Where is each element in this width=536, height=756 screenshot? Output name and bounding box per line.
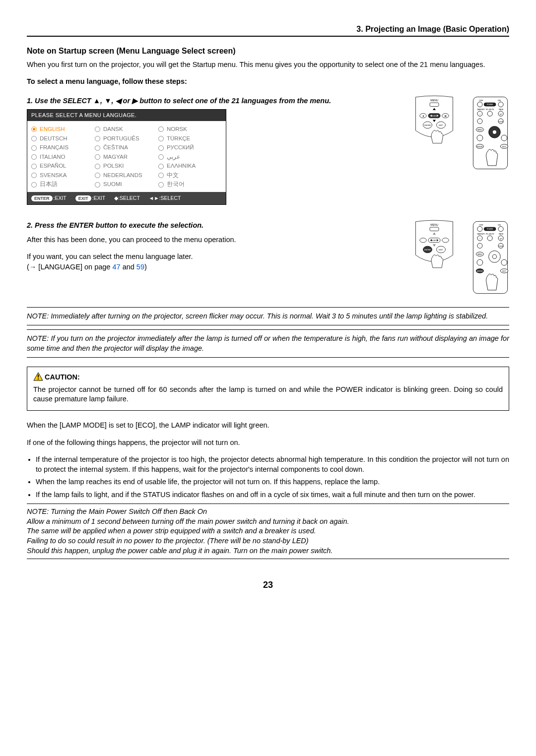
bullet-list: If the internal temperature of the proje… <box>27 455 509 500</box>
osd-menu: PLEASE SELECT A MENU LANGUAGE. ENGLISHDE… <box>27 109 226 205</box>
svg-text:SELECT: SELECT <box>431 115 438 117</box>
osd-language-option[interactable]: PORTUGUÊS <box>95 134 158 143</box>
osd-language-label: ČEŠTINA <box>103 144 128 152</box>
osd-language-label: MAGYAR <box>103 153 128 161</box>
page-link-47[interactable]: 47 <box>112 263 120 271</box>
svg-text:ENTER: ENTER <box>477 270 483 272</box>
svg-text:OFF: OFF <box>479 99 483 102</box>
svg-text:MENU: MENU <box>477 129 482 131</box>
svg-point-29 <box>487 111 492 116</box>
svg-rect-2 <box>430 103 439 107</box>
svg-point-40 <box>477 135 483 141</box>
remote-diagram-step2: OFF ON POWER MAGNIFY PIC-MUTE PAGE + UP … <box>471 220 509 295</box>
osd-language-option[interactable]: DANSK <box>95 125 158 134</box>
osd-language-option[interactable]: MAGYAR <box>95 152 158 162</box>
svg-rect-91 <box>38 378 39 379</box>
osd-language-label: ENGLISH <box>40 126 65 133</box>
osd-language-label: FRANÇAIS <box>40 144 68 152</box>
svg-point-63 <box>477 226 482 231</box>
svg-text:ENTER: ENTER <box>424 125 431 126</box>
radio-icon <box>95 154 100 160</box>
radio-icon <box>31 182 37 188</box>
projector-control-diagram-step2: MENU SELECT ENTER EXIT <box>412 220 457 272</box>
svg-text:ON: ON <box>498 223 501 226</box>
osd-language-option[interactable]: ČEŠTINA <box>95 143 158 153</box>
radio-icon <box>31 136 37 141</box>
osd-language-option[interactable]: SUOMI <box>95 180 158 189</box>
list-intro: If one of the following things happens, … <box>27 438 509 448</box>
eco-text: When the [LAMP MODE] is set to [ECO], th… <box>27 421 509 431</box>
intro-paragraph: When you first turn on the projector, yo… <box>27 60 509 70</box>
osd-language-label: ΕΛΛΗΝΙΚΑ <box>167 162 196 170</box>
svg-point-23 <box>498 102 503 107</box>
osd-language-label: TÜRKÇE <box>167 135 190 143</box>
svg-point-84 <box>501 259 507 265</box>
svg-text:MENU: MENU <box>430 99 438 102</box>
osd-language-label: NORSK <box>167 126 187 133</box>
bullet-item: If the lamp fails to light, and if the S… <box>36 490 509 500</box>
osd-language-option[interactable]: ITALIANO <box>31 152 95 162</box>
radio-icon <box>95 182 100 188</box>
osd-language-option[interactable]: FRANÇAIS <box>31 143 95 153</box>
osd-language-option[interactable]: NEDERLANDS <box>95 171 158 180</box>
note-3-line: Should this happen, unplug the power cab… <box>27 546 509 556</box>
svg-text:ENTER: ENTER <box>424 249 431 251</box>
svg-text:POWER: POWER <box>487 228 493 230</box>
osd-language-option[interactable]: 한국어 <box>158 180 222 189</box>
after-step-text-1: After this has been done, you can procee… <box>27 235 402 245</box>
svg-point-83 <box>477 259 483 265</box>
note-3-line: Allow a minimum of 1 second between turn… <box>27 517 509 527</box>
osd-language-option[interactable]: عربي <box>158 152 222 162</box>
osd-language-label: PORTUGUÊS <box>103 135 139 143</box>
osd-language-label: ITALIANO <box>40 153 66 161</box>
svg-text:PAGE: PAGE <box>499 109 504 111</box>
osd-footer-enter: ENTER:EXIT <box>31 194 67 201</box>
svg-text:PIC-MUTE: PIC-MUTE <box>486 233 494 235</box>
radio-icon <box>95 126 100 132</box>
osd-language-label: 한국어 <box>167 181 185 189</box>
osd-language-label: DEUTSCH <box>40 135 67 143</box>
osd-language-option[interactable]: POLSKI <box>95 162 158 171</box>
osd-footer-select-h: ◄►:SELECT <box>149 194 181 201</box>
svg-point-54 <box>442 238 449 242</box>
osd-language-option[interactable]: ΕΛΛΗΝΙΚΑ <box>158 162 222 171</box>
osd-language-option[interactable]: NORSK <box>158 125 222 134</box>
note-3-line: NOTE: Turning the Main Power Switch Off … <box>27 507 509 517</box>
radio-icon <box>31 154 37 160</box>
radio-icon <box>158 154 164 160</box>
osd-language-label: POLSKI <box>103 162 124 170</box>
osd-language-option[interactable]: TÜRKÇE <box>158 134 222 143</box>
svg-point-72 <box>487 236 492 241</box>
osd-language-label: NEDERLANDS <box>103 172 142 180</box>
svg-point-20 <box>477 102 482 107</box>
osd-language-option[interactable]: РУССКИЙ <box>158 143 222 153</box>
radio-icon <box>95 145 100 151</box>
radio-icon <box>95 173 100 178</box>
osd-footer: ENTER:EXIT EXIT:EXIT ◆:SELECT ◄►:SELECT <box>27 192 226 204</box>
osd-language-option[interactable]: ESPAÑOL <box>31 162 95 171</box>
svg-text:PAGE: PAGE <box>499 233 504 235</box>
note-3-line: The same will be applied when a power st… <box>27 526 509 536</box>
radio-icon <box>158 164 164 169</box>
chapter-header: 3. Projecting an Image (Basic Operation) <box>27 24 509 37</box>
projector-control-diagram-step1: MENU ◀ SELECT ◀)) ENTER EXIT <box>412 95 457 147</box>
svg-point-41 <box>501 135 507 141</box>
osd-language-option[interactable]: DEUTSCH <box>31 134 95 143</box>
svg-text:EXIT: EXIT <box>439 125 443 126</box>
osd-language-option[interactable]: 中文 <box>158 171 222 180</box>
svg-text:EXIT: EXIT <box>502 270 506 272</box>
svg-rect-90 <box>38 375 39 378</box>
bullet-item: If the internal temperature of the proje… <box>36 455 509 474</box>
osd-language-option[interactable]: ENGLISH <box>31 125 95 134</box>
svg-text:DOWN: DOWN <box>498 245 503 247</box>
osd-title: PLEASE SELECT A MENU LANGUAGE. <box>27 110 226 121</box>
radio-icon <box>158 182 164 188</box>
caution-box: CAUTION: The projector cannot be turned … <box>27 367 509 411</box>
osd-language-option[interactable]: SVENSKA <box>31 171 95 180</box>
svg-text:UP: UP <box>500 238 502 240</box>
caution-label: CAUTION: <box>45 373 80 381</box>
after-step-text-3: (→ [LANGUAGE] on page 47 and 59) <box>27 262 402 272</box>
osd-language-option[interactable]: 日本語 <box>31 180 95 189</box>
page-link-59[interactable]: 59 <box>136 263 144 271</box>
osd-language-label: РУССКИЙ <box>167 144 194 152</box>
